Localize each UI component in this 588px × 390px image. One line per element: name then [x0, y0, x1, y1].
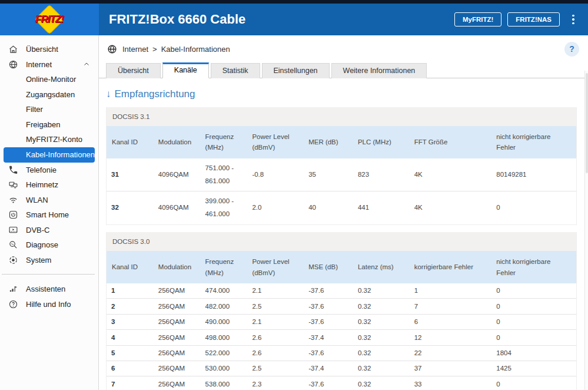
- sidebar-item-label: Internet: [26, 60, 83, 69]
- sidebar-item-internet[interactable]: Internet: [0, 57, 98, 72]
- table-cell: 31: [107, 158, 154, 191]
- sidebar-item-uebersicht[interactable]: Übersicht: [0, 42, 98, 57]
- column-header: Power Level (dBmV): [247, 251, 304, 283]
- tab-einstellungen[interactable]: Einstellungen: [262, 63, 330, 78]
- table-cell: 0: [491, 330, 576, 345]
- sidebar-item-smart-home[interactable]: Smart Home: [0, 207, 98, 223]
- table-cell: 4K: [410, 158, 492, 191]
- help-button[interactable]: ?: [564, 42, 579, 57]
- sidebar-item-label: Übersicht: [26, 45, 94, 54]
- sidebar-item-wlan[interactable]: WLAN: [0, 193, 98, 208]
- table-cell: 1804: [491, 345, 576, 361]
- page-title: FRITZ!Box 6660 Cable: [109, 12, 454, 27]
- table-cell: 522.000: [201, 345, 248, 361]
- table-cell: 2.6: [247, 330, 304, 345]
- tab-uebersicht[interactable]: Übersicht: [106, 63, 161, 78]
- column-header: korrigierbare Fehler: [410, 251, 492, 283]
- table-cell: 256QAM: [154, 361, 201, 376]
- sidebar-item-freigaben[interactable]: Freigaben: [0, 117, 98, 133]
- tab-statistik[interactable]: Statistik: [211, 63, 260, 78]
- column-header: nicht korrigierbare Fehler: [491, 251, 576, 283]
- sidebar: Übersicht Internet Online-Monitor Zugang…: [0, 35, 99, 390]
- table-cell: 256QAM: [154, 330, 201, 345]
- column-header: nicht korrigierbare Fehler: [491, 126, 576, 158]
- table-cell: 7: [107, 376, 154, 390]
- tab-weitere-informationen[interactable]: Weitere Informationen: [331, 63, 427, 78]
- sidebar-item-diagnose[interactable]: Diagnose: [0, 237, 98, 253]
- table-cell: -37.6: [304, 345, 353, 361]
- fritznas-button[interactable]: FRITZ!NAS: [507, 12, 560, 27]
- sidebar-item-zugangsdaten[interactable]: Zugangsdaten: [0, 87, 98, 103]
- wifi-icon: [8, 194, 18, 205]
- breadcrumb-separator: >: [152, 45, 157, 54]
- sidebar-item-filter[interactable]: Filter: [0, 102, 98, 117]
- table-cell: -37.4: [304, 361, 353, 376]
- table-title: DOCSIS 3.1: [107, 107, 576, 126]
- sidebar-item-label: Hilfe und Info: [26, 300, 94, 309]
- vertical-scrollbar[interactable]: [584, 71, 588, 390]
- chevron-up-icon[interactable]: [83, 61, 90, 68]
- table-cell: 4096QAM: [154, 158, 201, 191]
- table-row: 2256QAM482.0002.5-37.60.3270: [107, 299, 576, 314]
- column-header: PLC (MHz): [353, 126, 410, 158]
- globe-breadcrumb-icon: [107, 44, 117, 54]
- table-cell: 35: [304, 158, 353, 191]
- column-header: MER (dB): [304, 126, 353, 158]
- table-cell: 751.000 - 861.000: [201, 158, 248, 191]
- table-cell: 256QAM: [154, 345, 201, 361]
- section-heading[interactable]: ↓Empfangsrichtung: [106, 88, 588, 100]
- table-cell: 33: [410, 376, 492, 390]
- table-cell: 0.32: [353, 330, 410, 345]
- breadcrumb-section[interactable]: Internet: [122, 45, 148, 54]
- diagnose-magnifier-icon: [8, 240, 18, 250]
- table-cell: 256QAM: [154, 299, 201, 314]
- sidebar-item-hilfe-und-info[interactable]: Hilfe und Info: [0, 297, 98, 312]
- sidebar-item-kabel-informationen[interactable]: Kabel-Informationen: [4, 147, 95, 163]
- table-cell: 1: [107, 283, 154, 299]
- table-cell: 0.32: [353, 314, 410, 329]
- column-header: Modulation: [154, 126, 201, 158]
- column-header: Kanal ID: [107, 126, 154, 158]
- table-cell: 4096QAM: [154, 191, 201, 224]
- table-row: 1256QAM474.0002.1-37.60.3210: [107, 283, 576, 299]
- sidebar-item-label: MyFRITZ!-Konto: [26, 135, 94, 144]
- tab-bar: Übersicht Kanäle Statistik Einstellungen…: [99, 62, 588, 78]
- table-cell: 498.000: [201, 330, 248, 345]
- sidebar-item-online-monitor[interactable]: Online-Monitor: [0, 72, 98, 87]
- sidebar-item-dvb-c[interactable]: DVB-C: [0, 223, 98, 238]
- table-cell: 2.3: [247, 376, 304, 390]
- down-arrow-icon: ↓: [106, 88, 111, 100]
- column-header: Latenz (ms): [353, 251, 410, 283]
- column-header: Frequenz (MHz): [201, 251, 248, 283]
- table-cell: 482.000: [201, 299, 248, 314]
- scrollbar-thumb[interactable]: [586, 73, 588, 173]
- sidebar-item-heimnetz[interactable]: Heimnetz: [0, 177, 98, 193]
- kebab-menu-icon[interactable]: [567, 13, 580, 26]
- sidebar-item-label: Heimnetz: [26, 180, 94, 189]
- docsis-30-table: DOCSIS 3.0 Kanal IDModulationFrequenz (M…: [106, 232, 577, 390]
- logo-text: FRITZ!: [35, 14, 64, 25]
- table-cell: 538.000: [201, 376, 248, 390]
- wizard-chart-icon: [8, 284, 18, 295]
- myfritz-button[interactable]: MyFRITZ!: [454, 12, 501, 27]
- smart-home-icon: [8, 210, 18, 220]
- sidebar-item-label: Filter: [26, 105, 94, 114]
- sidebar-item-telefonie[interactable]: Telefonie: [0, 163, 98, 178]
- sidebar-item-myfritz-konto[interactable]: MyFRITZ!-Konto: [0, 132, 98, 147]
- table-cell: 1: [410, 283, 492, 299]
- sidebar-item-assistenten[interactable]: Assistenten: [0, 282, 98, 297]
- table-cell: 0.32: [353, 376, 410, 390]
- table-cell: 4: [107, 330, 154, 345]
- breadcrumb: Internet > Kabel-Informationen ?: [99, 35, 588, 62]
- sidebar-item-label: Assistenten: [26, 285, 94, 293]
- table-cell: 32: [107, 191, 154, 224]
- column-header: Frequenz (MHz): [201, 126, 248, 158]
- table-title: DOCSIS 3.0: [107, 232, 576, 251]
- sidebar-item-label: Freigaben: [26, 120, 94, 129]
- fritz-logo[interactable]: FRITZ!: [0, 4, 99, 35]
- table-row: 3256QAM490.0002.1-37.60.3260: [107, 314, 576, 329]
- table-header-row: Kanal IDModulationFrequenz (MHz)Power Le…: [107, 126, 576, 158]
- sidebar-item-system[interactable]: System: [0, 253, 98, 268]
- tab-kanaele[interactable]: Kanäle: [162, 62, 209, 78]
- table-row: 6256QAM530.0002.5-37.40.32371425: [107, 361, 576, 376]
